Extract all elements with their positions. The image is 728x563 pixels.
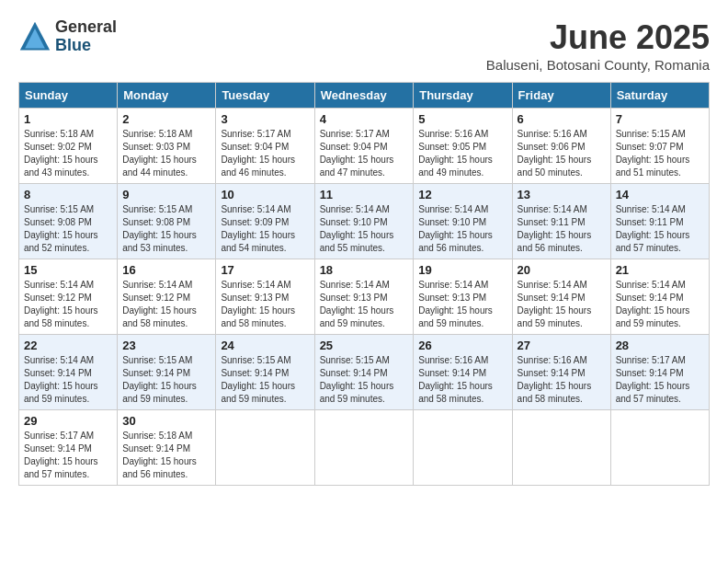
col-thursday: Thursday bbox=[414, 83, 512, 109]
day-info: Sunrise: 5:16 AM Sunset: 9:14 PM Dayligh… bbox=[418, 354, 506, 406]
table-row bbox=[414, 410, 512, 486]
day-info: Sunrise: 5:14 AM Sunset: 9:13 PM Dayligh… bbox=[221, 279, 309, 330]
calendar-week-row: 1Sunrise: 5:18 AM Sunset: 9:02 PM Daylig… bbox=[19, 109, 710, 184]
day-info: Sunrise: 5:16 AM Sunset: 9:06 PM Dayligh… bbox=[518, 128, 606, 179]
table-row: 20Sunrise: 5:14 AM Sunset: 9:14 PM Dayli… bbox=[512, 259, 610, 335]
col-friday: Friday bbox=[512, 83, 610, 109]
col-sunday: Sunday bbox=[19, 83, 118, 109]
calendar-week-row: 22Sunrise: 5:14 AM Sunset: 9:14 PM Dayli… bbox=[19, 335, 710, 410]
table-row: 18Sunrise: 5:14 AM Sunset: 9:13 PM Dayli… bbox=[314, 259, 414, 335]
day-info: Sunrise: 5:14 AM Sunset: 9:10 PM Dayligh… bbox=[320, 203, 409, 255]
calendar-week-row: 8Sunrise: 5:15 AM Sunset: 9:08 PM Daylig… bbox=[19, 184, 710, 259]
table-row: 24Sunrise: 5:15 AM Sunset: 9:14 PM Dayli… bbox=[216, 335, 314, 410]
table-row: 19Sunrise: 5:14 AM Sunset: 9:13 PM Dayli… bbox=[414, 259, 512, 335]
table-row: 10Sunrise: 5:14 AM Sunset: 9:09 PM Dayli… bbox=[216, 184, 314, 259]
day-number: 5 bbox=[418, 112, 506, 126]
day-info: Sunrise: 5:17 AM Sunset: 9:14 PM Dayligh… bbox=[616, 354, 704, 406]
day-number: 12 bbox=[418, 188, 506, 201]
calendar-week-row: 15Sunrise: 5:14 AM Sunset: 9:12 PM Dayli… bbox=[19, 259, 710, 335]
day-number: 1 bbox=[24, 112, 112, 126]
day-number: 27 bbox=[518, 339, 606, 352]
table-row: 26Sunrise: 5:16 AM Sunset: 9:14 PM Dayli… bbox=[414, 335, 512, 410]
day-number: 14 bbox=[616, 188, 704, 201]
day-info: Sunrise: 5:15 AM Sunset: 9:14 PM Dayligh… bbox=[122, 354, 210, 406]
col-tuesday: Tuesday bbox=[216, 83, 314, 109]
logo-icon bbox=[18, 20, 51, 53]
title-block: June 2025 Baluseni, Botosani County, Rom… bbox=[486, 18, 710, 73]
table-row bbox=[314, 410, 414, 486]
logo-blue-text: Blue bbox=[55, 37, 117, 55]
logo-text: General Blue bbox=[55, 18, 117, 55]
day-info: Sunrise: 5:14 AM Sunset: 9:09 PM Dayligh… bbox=[221, 203, 309, 255]
day-info: Sunrise: 5:14 AM Sunset: 9:14 PM Dayligh… bbox=[616, 279, 704, 330]
table-row: 28Sunrise: 5:17 AM Sunset: 9:14 PM Dayli… bbox=[610, 335, 709, 410]
day-info: Sunrise: 5:15 AM Sunset: 9:14 PM Dayligh… bbox=[221, 354, 309, 406]
day-info: Sunrise: 5:14 AM Sunset: 9:12 PM Dayligh… bbox=[24, 279, 112, 330]
day-number: 13 bbox=[518, 188, 606, 201]
calendar-header-row: Sunday Monday Tuesday Wednesday Thursday… bbox=[19, 83, 710, 109]
table-row: 12Sunrise: 5:14 AM Sunset: 9:10 PM Dayli… bbox=[414, 184, 512, 259]
day-number: 30 bbox=[122, 414, 210, 428]
day-info: Sunrise: 5:14 AM Sunset: 9:14 PM Dayligh… bbox=[518, 279, 606, 330]
table-row: 14Sunrise: 5:14 AM Sunset: 9:11 PM Dayli… bbox=[610, 184, 709, 259]
day-info: Sunrise: 5:14 AM Sunset: 9:10 PM Dayligh… bbox=[418, 203, 506, 255]
day-number: 2 bbox=[122, 112, 210, 126]
day-info: Sunrise: 5:15 AM Sunset: 9:08 PM Dayligh… bbox=[24, 203, 112, 255]
day-number: 28 bbox=[616, 339, 704, 352]
day-number: 24 bbox=[221, 339, 309, 352]
day-info: Sunrise: 5:14 AM Sunset: 9:13 PM Dayligh… bbox=[320, 279, 409, 330]
day-number: 11 bbox=[320, 188, 409, 201]
table-row: 27Sunrise: 5:16 AM Sunset: 9:14 PM Dayli… bbox=[512, 335, 610, 410]
day-info: Sunrise: 5:18 AM Sunset: 9:03 PM Dayligh… bbox=[122, 128, 210, 179]
table-row: 29Sunrise: 5:17 AM Sunset: 9:14 PM Dayli… bbox=[19, 410, 118, 486]
day-number: 21 bbox=[616, 263, 704, 277]
day-info: Sunrise: 5:17 AM Sunset: 9:04 PM Dayligh… bbox=[221, 128, 309, 179]
day-number: 8 bbox=[24, 188, 112, 201]
day-info: Sunrise: 5:15 AM Sunset: 9:14 PM Dayligh… bbox=[320, 354, 409, 406]
table-row bbox=[512, 410, 610, 486]
table-row: 3Sunrise: 5:17 AM Sunset: 9:04 PM Daylig… bbox=[216, 109, 314, 184]
day-number: 22 bbox=[24, 339, 112, 352]
day-number: 17 bbox=[221, 263, 309, 277]
table-row: 23Sunrise: 5:15 AM Sunset: 9:14 PM Dayli… bbox=[118, 335, 216, 410]
day-number: 6 bbox=[518, 112, 606, 126]
day-info: Sunrise: 5:18 AM Sunset: 9:02 PM Dayligh… bbox=[24, 128, 112, 179]
day-info: Sunrise: 5:15 AM Sunset: 9:07 PM Dayligh… bbox=[616, 128, 704, 179]
day-info: Sunrise: 5:14 AM Sunset: 9:13 PM Dayligh… bbox=[418, 279, 506, 330]
day-number: 20 bbox=[518, 263, 606, 277]
day-number: 26 bbox=[418, 339, 506, 352]
col-wednesday: Wednesday bbox=[314, 83, 414, 109]
table-row bbox=[216, 410, 314, 486]
table-row: 22Sunrise: 5:14 AM Sunset: 9:14 PM Dayli… bbox=[19, 335, 118, 410]
table-row: 2Sunrise: 5:18 AM Sunset: 9:03 PM Daylig… bbox=[118, 109, 216, 184]
day-number: 9 bbox=[122, 188, 210, 201]
day-info: Sunrise: 5:14 AM Sunset: 9:12 PM Dayligh… bbox=[122, 279, 210, 330]
day-info: Sunrise: 5:14 AM Sunset: 9:14 PM Dayligh… bbox=[24, 354, 112, 406]
table-row: 16Sunrise: 5:14 AM Sunset: 9:12 PM Dayli… bbox=[118, 259, 216, 335]
day-number: 3 bbox=[221, 112, 309, 126]
day-number: 19 bbox=[418, 263, 506, 277]
table-row: 30Sunrise: 5:18 AM Sunset: 9:14 PM Dayli… bbox=[118, 410, 216, 486]
day-info: Sunrise: 5:16 AM Sunset: 9:14 PM Dayligh… bbox=[518, 354, 606, 406]
day-info: Sunrise: 5:17 AM Sunset: 9:04 PM Dayligh… bbox=[320, 128, 409, 179]
logo-general-text: General bbox=[55, 18, 117, 37]
page-header: General Blue June 2025 Baluseni, Botosan… bbox=[18, 18, 710, 73]
calendar-week-row: 29Sunrise: 5:17 AM Sunset: 9:14 PM Dayli… bbox=[19, 410, 710, 486]
table-row: 17Sunrise: 5:14 AM Sunset: 9:13 PM Dayli… bbox=[216, 259, 314, 335]
table-row: 5Sunrise: 5:16 AM Sunset: 9:05 PM Daylig… bbox=[414, 109, 512, 184]
month-title: June 2025 bbox=[486, 18, 710, 57]
day-number: 25 bbox=[320, 339, 409, 352]
table-row: 11Sunrise: 5:14 AM Sunset: 9:10 PM Dayli… bbox=[314, 184, 414, 259]
day-number: 23 bbox=[122, 339, 210, 352]
table-row: 4Sunrise: 5:17 AM Sunset: 9:04 PM Daylig… bbox=[314, 109, 414, 184]
logo: General Blue bbox=[18, 18, 117, 55]
table-row: 15Sunrise: 5:14 AM Sunset: 9:12 PM Dayli… bbox=[19, 259, 118, 335]
day-number: 7 bbox=[616, 112, 704, 126]
col-saturday: Saturday bbox=[610, 83, 709, 109]
calendar-table: Sunday Monday Tuesday Wednesday Thursday… bbox=[18, 82, 710, 486]
day-number: 10 bbox=[221, 188, 309, 201]
table-row: 9Sunrise: 5:15 AM Sunset: 9:08 PM Daylig… bbox=[118, 184, 216, 259]
day-number: 29 bbox=[24, 414, 112, 428]
day-info: Sunrise: 5:15 AM Sunset: 9:08 PM Dayligh… bbox=[122, 203, 210, 255]
day-info: Sunrise: 5:17 AM Sunset: 9:14 PM Dayligh… bbox=[24, 430, 112, 481]
